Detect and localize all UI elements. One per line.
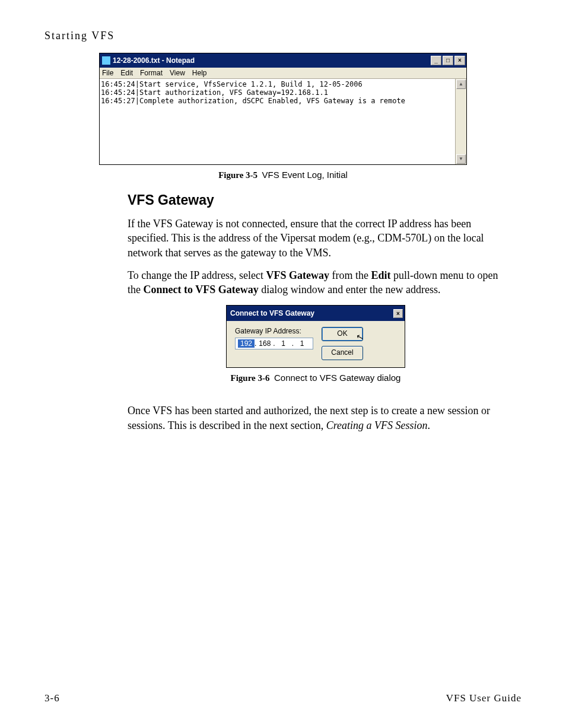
menu-help[interactable]: Help — [192, 69, 207, 77]
text-run: . — [427, 419, 430, 431]
paragraph-1: If the VFS Gateway is not connected, ens… — [128, 217, 504, 260]
text-bold: Edit — [371, 269, 390, 281]
ip-octet-3[interactable]: 1 — [275, 339, 292, 348]
dialog-close-button[interactable]: × — [393, 309, 403, 318]
menu-format[interactable]: Format — [140, 69, 163, 77]
connect-dialog: Connect to VFS Gateway × Gateway IP Addr… — [226, 305, 405, 368]
figure-caption-1: Figure 3-5 VFS Event Log, Initial — [99, 170, 467, 180]
dialog-title: Connect to VFS Gateway — [230, 309, 314, 317]
log-line: 16:45:27|Complete authorization, dSCPC E… — [101, 97, 405, 105]
minimize-button[interactable]: _ — [431, 56, 441, 65]
text-bold: VFS Gateway — [266, 269, 330, 281]
notepad-menubar: File Edit Format View Help — [100, 68, 466, 79]
dialog-titlebar: Connect to VFS Gateway × — [227, 306, 405, 321]
ip-octet-1[interactable]: 192 — [238, 339, 255, 348]
ip-octet-4[interactable]: 1 — [294, 339, 310, 348]
log-line: 16:45:24|Start authorization, VFS Gatewa… — [101, 88, 328, 97]
scroll-down-icon[interactable]: ▼ — [456, 154, 466, 164]
vertical-scrollbar[interactable]: ▲ ▼ — [455, 79, 466, 164]
paragraph-2: To change the IP address, select VFS Gat… — [128, 268, 504, 297]
figure-id: Figure 3-6 — [231, 373, 270, 383]
page-footer: 3-6 VFS User Guide — [44, 692, 522, 704]
ip-octet-2[interactable]: 168 — [256, 339, 273, 348]
notepad-window: 12-28-2006.txt - Notepad _ □ × File Edit… — [99, 53, 467, 165]
text-bold: Connect to VFS Gateway — [144, 284, 259, 295]
notepad-titlebar: 12-28-2006.txt - Notepad _ □ × — [100, 53, 466, 68]
text-run: dialog window and enter the new address. — [259, 284, 441, 295]
figure-caption-2: Figure 3-6 Connect to VFS Gateway dialog — [128, 373, 504, 383]
running-head: Starting VFS — [44, 30, 522, 42]
close-button[interactable]: × — [454, 56, 465, 65]
text-run: Once VFS has been started and authorized… — [128, 405, 490, 431]
notepad-icon — [102, 56, 110, 65]
section-heading: VFS Gateway — [128, 192, 504, 208]
figure-text: VFS Event Log, Initial — [262, 170, 348, 180]
notepad-title: 12-28-2006.txt - Notepad — [113, 56, 195, 65]
ip-address-field[interactable]: 192 . 168 . 1 . 1 — [235, 338, 313, 349]
menu-file[interactable]: File — [102, 69, 113, 77]
text-run: from the — [329, 269, 371, 281]
notepad-textarea[interactable]: 16:45:24|Start service, VfsService 1.2.1… — [100, 79, 455, 164]
ok-button[interactable]: OK ↖ — [322, 327, 363, 341]
log-line: 16:45:24|Start service, VfsService 1.2.1… — [101, 80, 363, 88]
cursor-icon: ↖ — [355, 330, 365, 344]
figure-id: Figure 3-5 — [218, 170, 257, 180]
cancel-button[interactable]: Cancel — [322, 346, 363, 360]
page-number: 3-6 — [44, 692, 60, 704]
ip-address-label: Gateway IP Address: — [235, 327, 313, 335]
scroll-up-icon[interactable]: ▲ — [456, 80, 466, 89]
ok-label: OK — [337, 329, 347, 338]
menu-view[interactable]: View — [170, 69, 185, 77]
text-italic: Creating a VFS Session — [326, 419, 428, 431]
doc-title-footer: VFS User Guide — [446, 692, 522, 704]
paragraph-3: Once VFS has been started and authorized… — [128, 403, 504, 433]
figure-text: Connect to VFS Gateway dialog — [274, 373, 400, 383]
maximize-button[interactable]: □ — [443, 56, 453, 65]
menu-edit[interactable]: Edit — [120, 69, 133, 77]
text-run: To change the IP address, select — [128, 269, 266, 281]
